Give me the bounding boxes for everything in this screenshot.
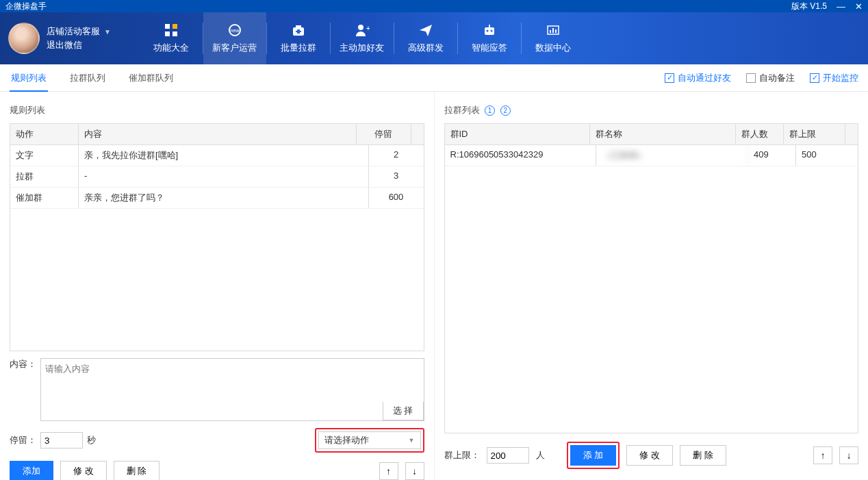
- th-action[interactable]: 动作: [10, 124, 79, 144]
- th-scroll: [411, 124, 424, 144]
- nav-mass-send[interactable]: 高级群发: [394, 12, 457, 64]
- svg-rect-19: [555, 29, 557, 33]
- cell-gid: R:10696050533042329: [445, 145, 597, 166]
- svg-text:+: +: [366, 25, 370, 32]
- app-name: 企微操盘手: [5, 1, 47, 12]
- group-table: 群ID 群名称 群人数 群上限 R:10696050533042329 （已模糊…: [444, 123, 859, 433]
- content-label: 内容：: [10, 358, 36, 370]
- content-input[interactable]: [41, 359, 424, 400]
- add-button[interactable]: 添加: [10, 461, 53, 480]
- headset-icon: new: [227, 23, 242, 38]
- highlight-add-button: 添 加: [567, 442, 620, 469]
- chevron-down-icon[interactable]: ▼: [104, 28, 111, 36]
- svg-rect-2: [165, 31, 170, 36]
- cell-stay: 2: [369, 145, 424, 166]
- limit-label: 群上限：: [444, 449, 480, 462]
- close-button[interactable]: ✕: [855, 1, 863, 12]
- nav-label: 数据中心: [535, 42, 571, 54]
- move-down-button[interactable]: ↓: [839, 446, 858, 464]
- group-panel: 拉群列表 1 2 群ID 群名称 群人数 群上限 R:1069605053304…: [435, 92, 869, 480]
- help-1-button[interactable]: 1: [485, 105, 495, 116]
- svg-rect-8: [296, 31, 301, 32]
- cell-stay: 3: [369, 166, 424, 187]
- send-icon: [418, 23, 433, 38]
- help-2-button[interactable]: 2: [500, 105, 511, 116]
- logout-link[interactable]: 退出微信: [47, 39, 111, 51]
- grid-icon: [164, 23, 179, 38]
- th-stay[interactable]: 停留: [357, 124, 411, 144]
- edit-group-button[interactable]: 修 改: [626, 445, 673, 466]
- cell-content: -: [79, 166, 369, 187]
- th-group-max[interactable]: 群上限: [784, 124, 845, 144]
- nav-label: 批量拉群: [281, 42, 316, 54]
- svg-text:new: new: [230, 28, 240, 33]
- nav-add-friend[interactable]: + 主动加好友: [331, 12, 394, 64]
- select-button[interactable]: 选 择: [383, 402, 424, 420]
- nav-data-center[interactable]: 数据中心: [522, 12, 585, 64]
- group-table-body[interactable]: R:10696050533042329 （已模糊） 409 500: [445, 145, 858, 433]
- table-row[interactable]: 拉群 - 3: [10, 166, 424, 188]
- svg-rect-0: [165, 24, 170, 29]
- tab-rules[interactable]: 规则列表: [10, 65, 48, 91]
- check-label: 自动备注: [759, 72, 795, 84]
- svg-rect-15: [489, 25, 490, 27]
- svg-rect-3: [173, 31, 177, 36]
- move-up-button[interactable]: ↑: [379, 462, 398, 480]
- nav-label: 主动加好友: [340, 42, 384, 54]
- th-group-id[interactable]: 群ID: [445, 124, 591, 144]
- delete-button[interactable]: 删 除: [114, 461, 160, 480]
- rules-panel: 规则列表 动作 内容 停留 文字 亲，我先拉你进群[嘿哈] 2 拉群 - 3: [0, 92, 435, 480]
- rules-table-body[interactable]: 文字 亲，我先拉你进群[嘿哈] 2 拉群 - 3 催加群 亲亲，您进群了吗？ 6…: [10, 145, 424, 351]
- svg-rect-12: [485, 27, 494, 35]
- limit-unit: 人: [536, 449, 545, 462]
- robot-icon: [482, 23, 497, 38]
- header: 店铺活动客服 ▼ 退出微信 功能大全 new 新客户运营 批量拉群 + 主动加好…: [0, 12, 868, 64]
- table-row[interactable]: R:10696050533042329 （已模糊） 409 500: [445, 145, 858, 166]
- svg-rect-1: [173, 24, 177, 29]
- svg-rect-17: [550, 30, 551, 33]
- chart-icon: [546, 23, 561, 38]
- svg-point-14: [490, 30, 492, 32]
- cell-action: 拉群: [10, 166, 79, 187]
- th-content[interactable]: 内容: [79, 124, 357, 144]
- svg-point-10: [358, 25, 363, 30]
- limit-input[interactable]: [487, 447, 529, 464]
- tab-pull-queue[interactable]: 拉群队列: [68, 65, 107, 91]
- move-down-button[interactable]: ↓: [405, 462, 424, 480]
- nav-batch-group[interactable]: 批量拉群: [267, 12, 330, 64]
- minimize-button[interactable]: —: [837, 1, 845, 12]
- profile-name: 店铺活动客服: [47, 25, 100, 38]
- cell-gcnt: 409: [748, 145, 796, 166]
- dropdown-label: 请选择动作: [324, 434, 369, 446]
- avatar[interactable]: [8, 23, 40, 54]
- nav-label: 智能应答: [472, 42, 507, 54]
- check-auto-remark[interactable]: 自动备注: [746, 72, 795, 84]
- check-label: 开始监控: [823, 72, 858, 84]
- medkit-icon: [291, 23, 306, 38]
- delete-group-button[interactable]: 删 除: [680, 445, 726, 466]
- nav-features[interactable]: 功能大全: [140, 12, 203, 64]
- nav-smart-reply[interactable]: 智能应答: [458, 12, 521, 64]
- rules-table-head: 动作 内容 停留: [10, 124, 424, 145]
- table-row[interactable]: 催加群 亲亲，您进群了吗？ 600: [10, 188, 424, 209]
- table-row[interactable]: 文字 亲，我先拉你进群[嘿哈] 2: [10, 145, 424, 166]
- svg-rect-9: [296, 25, 301, 27]
- add-group-button[interactable]: 添 加: [570, 445, 617, 466]
- th-group-name[interactable]: 群名称: [590, 124, 736, 144]
- edit-button[interactable]: 修 改: [60, 461, 107, 480]
- th-scroll: [845, 124, 858, 144]
- group-title-text: 拉群列表: [444, 105, 480, 115]
- check-start-monitor[interactable]: ✓开始监控: [810, 72, 858, 84]
- rules-table: 动作 内容 停留 文字 亲，我先拉你进群[嘿哈] 2 拉群 - 3 催加群: [10, 123, 424, 351]
- tab-remind-queue[interactable]: 催加群队列: [127, 65, 175, 91]
- stay-unit: 秒: [87, 434, 96, 446]
- stay-label: 停留：: [10, 434, 36, 446]
- stay-input[interactable]: [40, 432, 83, 449]
- svg-rect-18: [552, 28, 554, 33]
- cell-gname: （已模糊）: [596, 145, 748, 166]
- move-up-button[interactable]: ↑: [813, 446, 832, 464]
- nav-new-customer[interactable]: new 新客户运营: [203, 12, 266, 64]
- th-group-count[interactable]: 群人数: [736, 124, 784, 144]
- action-dropdown[interactable]: 请选择动作 ▼: [318, 431, 421, 449]
- check-auto-accept[interactable]: ✓自动通过好友: [665, 72, 731, 84]
